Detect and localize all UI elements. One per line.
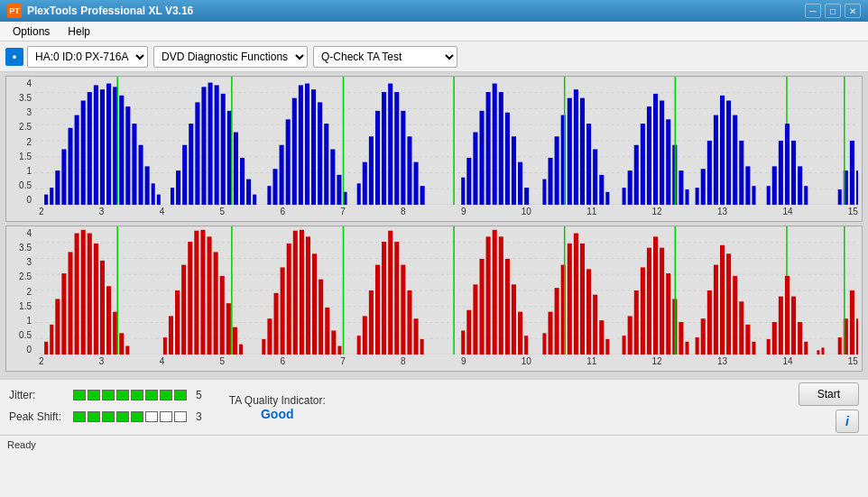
peak-seg-4 <box>116 411 129 422</box>
title-bar: PT PlexTools Professional XL V3.16 ─ □ ✕ <box>0 0 868 22</box>
menu-help[interactable]: Help <box>60 23 97 40</box>
svg-rect-58 <box>357 183 361 205</box>
svg-rect-183 <box>375 265 380 354</box>
svg-rect-171 <box>293 231 298 354</box>
svg-rect-137 <box>44 342 48 354</box>
ta-quality-section: TA Quality Indicator: Good <box>229 394 326 421</box>
svg-rect-225 <box>685 342 688 354</box>
svg-rect-160 <box>214 252 218 354</box>
svg-rect-111 <box>733 115 737 205</box>
svg-rect-150 <box>125 346 129 354</box>
peak-shift-label: Peak Shift: <box>9 410 68 423</box>
info-icon: i <box>845 414 849 428</box>
svg-rect-102 <box>679 170 683 205</box>
svg-rect-145 <box>94 244 98 354</box>
svg-rect-15 <box>81 101 86 205</box>
jitter-seg-4 <box>116 390 129 400</box>
jitter-seg-3 <box>102 390 115 400</box>
svg-rect-19 <box>106 84 111 205</box>
svg-rect-153 <box>169 316 173 354</box>
svg-rect-175 <box>319 280 323 354</box>
window-controls: ─ □ ✕ <box>805 4 861 18</box>
svg-rect-12 <box>61 149 66 205</box>
svg-rect-35 <box>208 83 213 205</box>
svg-rect-112 <box>739 141 743 205</box>
svg-rect-50 <box>305 84 309 205</box>
svg-rect-190 <box>420 339 424 354</box>
svg-rect-174 <box>312 253 317 354</box>
svg-rect-231 <box>720 245 725 354</box>
maximize-button[interactable]: □ <box>825 4 841 18</box>
svg-rect-162 <box>226 303 231 354</box>
jitter-meter <box>73 390 187 400</box>
app-title: PlexTools Professional XL V3.16 <box>27 5 193 17</box>
svg-rect-13 <box>68 128 72 205</box>
svg-rect-90 <box>599 175 604 205</box>
menu-options[interactable]: Options <box>5 23 57 40</box>
jitter-seg-5 <box>131 390 143 400</box>
info-button[interactable]: i <box>836 410 859 433</box>
bottom-chart-svg <box>35 226 858 354</box>
svg-rect-79 <box>518 162 522 205</box>
svg-rect-182 <box>369 290 374 354</box>
svg-rect-97 <box>647 106 651 205</box>
svg-rect-154 <box>175 290 180 354</box>
svg-rect-178 <box>337 346 341 354</box>
svg-rect-99 <box>660 101 664 205</box>
svg-rect-105 <box>696 188 699 205</box>
start-button[interactable]: Start <box>799 382 859 406</box>
bottom-chart-y-axis: 4 3.5 3 2.5 2 1.5 1 0.5 0 <box>6 226 35 354</box>
jitter-seg-1 <box>73 390 86 400</box>
svg-rect-168 <box>273 293 278 354</box>
svg-rect-186 <box>394 242 399 354</box>
svg-rect-106 <box>701 169 706 205</box>
top-chart: 4 3.5 3 2.5 2 1.5 1 0.5 0 23456789101112… <box>5 76 863 222</box>
jitter-label: Jitter: <box>9 389 68 401</box>
ta-quality-value: Good <box>261 407 294 421</box>
close-button[interactable]: ✕ <box>845 4 861 18</box>
svg-rect-62 <box>382 92 386 205</box>
svg-rect-73 <box>479 111 484 205</box>
svg-rect-21 <box>119 96 124 205</box>
svg-rect-207 <box>568 244 572 354</box>
peak-seg-2 <box>88 411 100 422</box>
svg-rect-177 <box>331 330 336 354</box>
peak-seg-1 <box>73 411 86 422</box>
test-select[interactable]: Q-Check TA Test <box>313 46 457 68</box>
svg-rect-107 <box>707 141 712 205</box>
svg-rect-63 <box>388 84 392 205</box>
svg-rect-44 <box>267 186 271 205</box>
svg-rect-198 <box>499 236 503 354</box>
svg-rect-18 <box>100 89 105 205</box>
svg-rect-54 <box>330 149 335 205</box>
drive-select[interactable]: HA:0 ID:0 PX-716A <box>27 46 148 68</box>
svg-rect-232 <box>726 253 731 354</box>
svg-rect-67 <box>414 162 419 205</box>
svg-rect-10 <box>50 188 53 205</box>
svg-rect-23 <box>132 124 136 205</box>
svg-rect-240 <box>779 297 783 354</box>
svg-rect-157 <box>194 231 199 354</box>
svg-rect-42 <box>253 195 256 205</box>
status-text: Ready <box>7 439 36 450</box>
svg-rect-77 <box>505 113 510 205</box>
svg-rect-209 <box>580 244 585 354</box>
minimize-button[interactable]: ─ <box>805 4 821 18</box>
svg-rect-250 <box>856 318 858 354</box>
peak-seg-5 <box>131 411 143 422</box>
svg-rect-76 <box>499 92 503 205</box>
svg-rect-244 <box>804 342 808 354</box>
top-chart-y-axis: 4 3.5 3 2.5 2 1.5 1 0.5 0 <box>6 77 35 205</box>
svg-rect-172 <box>300 230 304 354</box>
svg-rect-26 <box>152 183 155 205</box>
svg-rect-70 <box>461 178 465 205</box>
svg-rect-126 <box>856 170 858 205</box>
function-select[interactable]: DVD Diagnostic Functions <box>153 46 308 68</box>
svg-rect-118 <box>779 141 783 205</box>
svg-rect-222 <box>666 273 670 354</box>
svg-rect-96 <box>641 124 645 205</box>
svg-rect-123 <box>838 189 842 205</box>
svg-rect-68 <box>420 186 425 205</box>
svg-rect-103 <box>685 189 688 205</box>
svg-rect-166 <box>262 339 265 354</box>
